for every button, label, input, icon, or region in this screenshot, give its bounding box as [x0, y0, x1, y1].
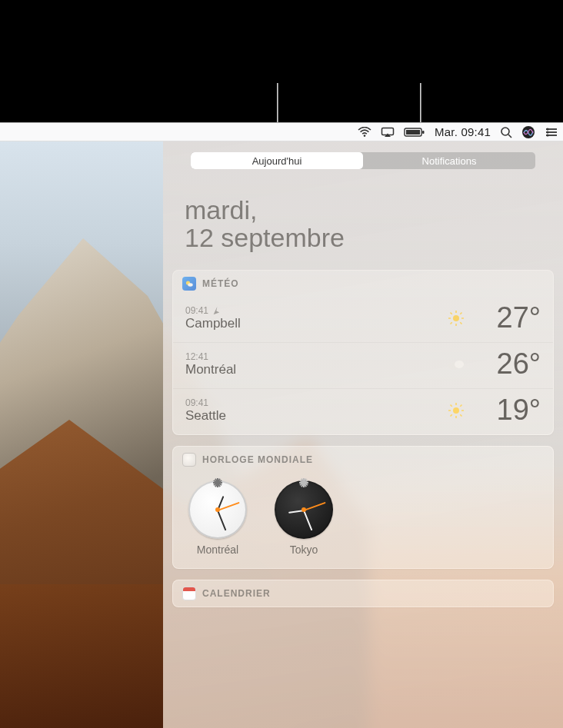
weather-condition-icon: [445, 402, 467, 419]
calendar-widget[interactable]: CALENDRIER: [172, 580, 554, 607]
menubar-datetime[interactable]: Mar. 09:41: [435, 123, 491, 141]
minute-hand: [303, 510, 312, 531]
svg-rect-3: [406, 130, 420, 135]
weather-row[interactable]: 12:41Montréal26°: [173, 342, 553, 388]
weather-city: Montréal: [185, 362, 445, 377]
calendar-widget-header: CALENDRIER: [173, 580, 553, 607]
svg-point-13: [546, 134, 548, 136]
today-daymonth: 12 septembre: [185, 224, 541, 252]
weather-widget[interactable]: MÉTÉO 09:41Campbell27°12:41Montréal26°09…: [172, 270, 554, 435]
svg-line-35: [460, 404, 461, 406]
svg-line-21: [451, 312, 452, 314]
spotlight-icon[interactable]: [500, 123, 512, 141]
weather-widget-header: MÉTÉO: [173, 271, 553, 297]
airplay-icon[interactable]: [381, 123, 395, 141]
nc-tabs: Aujourd'hui Notifications: [191, 152, 535, 169]
svg-point-26: [455, 361, 464, 368]
weather-app-icon: [182, 277, 196, 291]
svg-point-16: [453, 315, 459, 321]
svg-point-0: [364, 135, 366, 137]
svg-point-5: [501, 128, 509, 135]
weather-temp: 27°: [470, 301, 541, 334]
svg-line-6: [508, 135, 511, 138]
clock-pin: [301, 507, 306, 512]
svg-point-27: [453, 407, 459, 414]
worldclock-widget-header: HORLOGE MONDIALE: [173, 447, 553, 473]
svg-line-34: [451, 414, 452, 416]
weather-temp: 26°: [470, 347, 541, 381]
clock-app-icon: [182, 453, 196, 467]
weather-condition-icon: [445, 310, 467, 327]
weather-time: 09:41: [185, 397, 445, 408]
today-weekday: mardi,: [185, 197, 541, 224]
svg-line-33: [460, 414, 461, 416]
wifi-icon[interactable]: [358, 123, 371, 141]
weather-row[interactable]: 09:41Campbell27°: [173, 297, 553, 342]
desktop: Mar. 09:41 Aujourd'hui Notifications mar…: [0, 122, 563, 728]
weather-time: 09:41: [185, 305, 445, 316]
clock-city-label: Montréal: [197, 544, 238, 556]
weather-city: Seattle: [185, 408, 445, 424]
clock-city-label: Tokyo: [290, 544, 318, 556]
weather-row[interactable]: 09:41Seattle19°: [173, 388, 553, 434]
svg-point-15: [188, 284, 192, 287]
tab-today[interactable]: Aujourd'hui: [191, 152, 363, 169]
svg-line-23: [451, 322, 452, 324]
tab-notifications[interactable]: Notifications: [363, 152, 535, 169]
clock-face: [275, 480, 333, 539]
notification-center-panel: Aujourd'hui Notifications mardi, 12 sept…: [163, 141, 563, 728]
menu-bar: Mar. 09:41: [0, 123, 563, 141]
world-clock[interactable]: Tokyo: [275, 480, 333, 556]
svg-line-24: [460, 312, 461, 314]
today-date-heading: mardi, 12 septembre: [163, 169, 563, 270]
weather-city: Campbell: [185, 316, 445, 331]
clock-pin: [215, 507, 220, 512]
second-hand: [304, 502, 326, 511]
worldclock-widget[interactable]: HORLOGE MONDIALE MontréalTokyo: [172, 446, 554, 569]
svg-rect-4: [422, 131, 425, 134]
weather-time: 12:41: [185, 351, 445, 362]
notification-center-icon[interactable]: [545, 123, 558, 141]
clock-face: [188, 480, 247, 539]
minute-hand: [217, 510, 226, 531]
weather-temp: 19°: [470, 394, 541, 427]
svg-point-11: [546, 128, 548, 130]
weather-condition-icon: [445, 357, 467, 371]
svg-line-22: [460, 322, 461, 324]
siri-icon[interactable]: [521, 123, 535, 141]
battery-icon[interactable]: [404, 123, 425, 141]
location-arrow-icon: [212, 307, 219, 314]
svg-point-12: [546, 131, 548, 133]
svg-line-32: [451, 404, 452, 406]
calendar-app-icon: [182, 587, 196, 600]
weather-widget-title: MÉTÉO: [202, 278, 239, 289]
stage: Mar. 09:41 Aujourd'hui Notifications mar…: [0, 0, 563, 728]
world-clock[interactable]: Montréal: [188, 480, 247, 556]
worldclock-widget-title: HORLOGE MONDIALE: [202, 454, 313, 465]
calendar-widget-title: CALENDRIER: [202, 588, 271, 599]
